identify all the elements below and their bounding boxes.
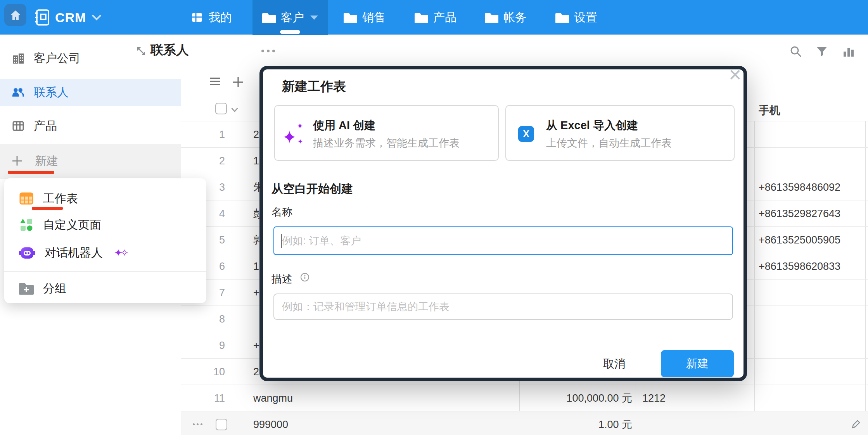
new-item-dropdown-menu: 工作表 自定义页面 bbox=[4, 178, 206, 303]
menu-item-label: 分组 bbox=[43, 281, 66, 297]
ai-sparkle-icon: ✦✧ bbox=[114, 247, 126, 259]
tutorial-highlight-worksheet bbox=[32, 207, 63, 210]
cell-name: 2 bbox=[253, 121, 259, 148]
crm-app-screen: CRM 我的 客户 销售 bbox=[0, 0, 868, 435]
view-more-menu-icon[interactable] bbox=[261, 50, 275, 52]
tab-my-label: 我的 bbox=[209, 10, 232, 26]
worksheet-icon bbox=[19, 191, 34, 206]
chatbot-icon bbox=[19, 245, 36, 261]
sidebar-item-label: 产品 bbox=[34, 118, 57, 134]
cell-amount: 1.00 元 bbox=[522, 411, 632, 435]
row-actions-icon[interactable] bbox=[193, 423, 202, 425]
add-record-icon[interactable] bbox=[232, 76, 244, 88]
cell-extra: 1212 bbox=[642, 385, 666, 411]
row-number: 10 bbox=[181, 359, 225, 385]
cell-name: + bbox=[253, 280, 259, 306]
folder-icon bbox=[415, 12, 428, 23]
cell-name: wangmu bbox=[253, 385, 293, 411]
folder-icon bbox=[344, 12, 357, 23]
cell-name: + bbox=[253, 332, 259, 359]
menu-item-group[interactable]: 分组 bbox=[4, 276, 206, 301]
cell-name: 999000 bbox=[253, 411, 288, 435]
home-icon bbox=[9, 9, 22, 22]
chevron-down-icon[interactable] bbox=[230, 105, 240, 115]
select-all-checkbox[interactable] bbox=[215, 103, 227, 114]
tab-finance-label: 帐务 bbox=[503, 10, 527, 26]
row-number: 11 bbox=[181, 385, 225, 411]
table-row-hovered[interactable]: 999000 1.00 元 bbox=[181, 411, 868, 435]
top-navigation-bar: CRM 我的 客户 销售 bbox=[0, 0, 868, 35]
sidebar-item-contacts-selected[interactable]: 联系人 bbox=[0, 79, 181, 106]
app-logo[interactable]: CRM bbox=[34, 0, 102, 35]
sidebar-item-label: 客户公司 bbox=[34, 50, 80, 66]
tutorial-highlight-new bbox=[8, 171, 54, 174]
tab-sales-label: 销售 bbox=[362, 10, 386, 26]
edit-pencil-icon[interactable] bbox=[850, 418, 862, 430]
people-icon bbox=[12, 86, 25, 99]
plus-icon bbox=[12, 155, 22, 166]
tab-product[interactable]: 产品 bbox=[415, 0, 456, 35]
row-height-icon[interactable] bbox=[209, 76, 221, 88]
new-worksheet-dialog: ✕ 新建工作表 ✦ ✦ ✦ 使用 AI 创建 描述业务需求，智能生成工作表 X … bbox=[259, 66, 747, 381]
menu-item-chatbot[interactable]: 对话机器人 ✦✧ bbox=[4, 240, 206, 265]
ai-card-description: 描述业务需求，智能生成工作表 bbox=[313, 136, 460, 150]
cancel-button[interactable]: 取消 bbox=[595, 353, 634, 373]
create-with-ai-card[interactable]: ✦ ✦ ✦ 使用 AI 创建 描述业务需求，智能生成工作表 bbox=[274, 105, 499, 161]
sidebar-item-product[interactable]: 产品 bbox=[0, 112, 181, 140]
cell-phone: +8613598486092 bbox=[759, 174, 840, 200]
app-switcher-chevron-icon[interactable] bbox=[92, 14, 102, 21]
menu-divider bbox=[4, 271, 206, 272]
create-button[interactable]: 新建 bbox=[661, 350, 734, 377]
notebook-icon bbox=[34, 9, 50, 26]
tab-sales[interactable]: 销售 bbox=[344, 0, 386, 35]
filter-icon[interactable] bbox=[816, 45, 828, 58]
excel-icon: X bbox=[518, 126, 534, 142]
cell-phone: +8613525005905 bbox=[759, 227, 840, 253]
tab-finance[interactable]: 帐务 bbox=[485, 0, 527, 35]
close-icon[interactable]: ✕ bbox=[728, 67, 742, 83]
cell-name: 1 bbox=[253, 253, 259, 280]
info-icon[interactable] bbox=[300, 273, 310, 282]
search-icon[interactable] bbox=[790, 45, 802, 58]
blank-section-heading: 从空白开始创建 bbox=[271, 181, 353, 197]
tab-customer-active-indicator bbox=[280, 30, 300, 34]
excel-card-title: 从 Excel 导入创建 bbox=[546, 118, 638, 133]
text-cursor bbox=[281, 234, 282, 248]
cell-phone: +8613598620833 bbox=[759, 253, 840, 280]
cell-phone: +8613529827643 bbox=[759, 200, 840, 227]
import-from-excel-card[interactable]: X 从 Excel 导入创建 上传文件，自动生成工作表 bbox=[505, 105, 735, 161]
tab-my[interactable]: 我的 bbox=[190, 0, 232, 35]
worksheet-description-input[interactable] bbox=[273, 293, 733, 320]
tab-customer-selected[interactable]: 客户 bbox=[252, 0, 328, 35]
chart-icon[interactable] bbox=[842, 45, 855, 58]
row-number: 2 bbox=[181, 148, 225, 174]
menu-item-custom-page[interactable]: 自定义页面 bbox=[4, 212, 206, 237]
folder-icon bbox=[555, 12, 569, 23]
row-number: 8 bbox=[181, 306, 225, 332]
folder-icon bbox=[485, 12, 498, 23]
tab-product-label: 产品 bbox=[433, 10, 456, 26]
buildings-icon bbox=[12, 52, 25, 65]
row-number: 1 bbox=[181, 121, 225, 148]
tab-settings[interactable]: 设置 bbox=[555, 0, 597, 35]
grid-table-icon bbox=[12, 119, 25, 133]
worksheet-name-input[interactable] bbox=[273, 226, 733, 255]
sidebar-new-button[interactable]: 新建 bbox=[0, 147, 181, 174]
table-row[interactable]: 11 wangmu 100,000.00 元 1212 bbox=[181, 385, 868, 411]
ai-card-title: 使用 AI 创建 bbox=[313, 118, 375, 133]
app-name: CRM bbox=[55, 10, 86, 25]
home-button[interactable] bbox=[4, 4, 26, 26]
folder-icon bbox=[262, 12, 276, 23]
column-header-phone[interactable]: 手机 bbox=[759, 103, 780, 118]
cell-amount: 100,000.00 元 bbox=[522, 385, 632, 411]
row-checkbox[interactable] bbox=[216, 419, 227, 430]
tab-customer-label: 客户 bbox=[281, 10, 304, 26]
sidebar-new-label: 新建 bbox=[35, 153, 58, 169]
cell-name: 2 bbox=[253, 359, 259, 385]
expand-view-icon[interactable] bbox=[135, 45, 147, 57]
menu-item-label: 工作表 bbox=[43, 191, 78, 207]
custom-page-icon bbox=[19, 217, 34, 233]
cell-name: 1 bbox=[253, 148, 259, 174]
my-dashboard-icon bbox=[190, 11, 204, 24]
dialog-title: 新建工作表 bbox=[282, 78, 346, 95]
